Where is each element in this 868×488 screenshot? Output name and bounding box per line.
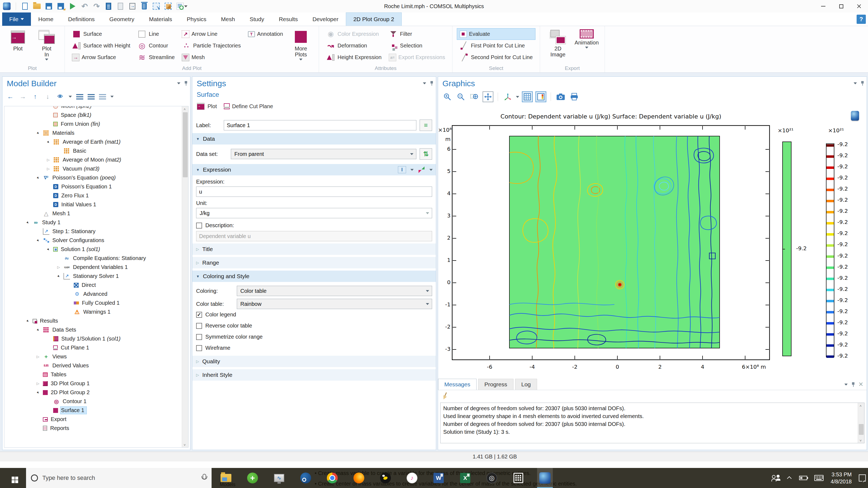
show-button[interactable]: 👁 xyxy=(56,93,64,101)
tab-2d-plot-group-2[interactable]: 2D Plot Group 2 xyxy=(346,12,402,26)
tab-developer[interactable]: Developer xyxy=(305,12,346,26)
tab-geometry[interactable]: Geometry xyxy=(102,12,142,26)
save-icon[interactable] xyxy=(45,2,53,10)
tree-expander-icon[interactable] xyxy=(33,355,43,359)
section-quality[interactable]: Quality xyxy=(192,356,436,367)
description-checkbox[interactable] xyxy=(196,223,202,229)
back-button[interactable]: ← xyxy=(6,93,14,101)
calcgrid-taskbar-button[interactable] xyxy=(510,468,526,488)
wireframe-checkbox[interactable] xyxy=(196,345,202,351)
pin-icon[interactable] xyxy=(861,81,864,86)
scroll-up-icon[interactable]: ˄ xyxy=(860,404,863,407)
go-to-default-view-button[interactable] xyxy=(502,91,513,102)
streamline-button[interactable]: Streamline xyxy=(134,52,177,63)
chrome-taskbar-button[interactable] xyxy=(324,468,340,488)
define-cut-plane-button[interactable]: Define Cut Plane xyxy=(224,103,273,109)
clock[interactable]: 3:53 PM 4/8/2018 xyxy=(831,471,852,485)
unit-combobox[interactable]: J/kg xyxy=(196,208,432,218)
tree-item-reports[interactable]: Reports xyxy=(4,424,182,433)
zoom-extents-button[interactable] xyxy=(483,91,493,102)
scroll-up-icon[interactable]: ˄ xyxy=(184,107,187,110)
view-caret-icon[interactable] xyxy=(516,96,519,98)
tree-item-vacuum-mat3[interactable]: Vacuum(mat3) xyxy=(4,164,182,173)
dataset-select[interactable]: From parent xyxy=(231,149,416,159)
contour-button[interactable]: Contour xyxy=(134,40,177,52)
evaluate-button[interactable]: Evaluate xyxy=(457,28,535,40)
folder-taskbar-button[interactable] xyxy=(218,468,234,488)
show-legends-button[interactable] xyxy=(535,91,546,102)
height-expression-button[interactable]: Height Expression xyxy=(323,52,384,63)
tree-item-form-union-fin[interactable]: Form Union(fin) xyxy=(4,120,182,129)
section-range[interactable]: Range xyxy=(192,257,436,268)
first-point-for-cut-line-button[interactable]: First Point for Cut Line xyxy=(457,40,535,52)
tree-expander-icon[interactable] xyxy=(33,238,43,242)
tree-expander-icon[interactable] xyxy=(43,167,53,171)
tab-study[interactable]: Study xyxy=(242,12,272,26)
more-plots-button[interactable]: More Plots xyxy=(287,28,314,61)
plot-button[interactable]: Plot xyxy=(196,102,217,111)
second-point-for-cut-line-button[interactable]: Second Point for Cut Line xyxy=(457,52,535,63)
tab-physics[interactable]: Physics xyxy=(180,12,214,26)
model-tree-scrollbar[interactable]: ˄ ˅ xyxy=(182,106,188,447)
tree-item-moon-sph2[interactable]: Moon(sph2) xyxy=(4,106,182,110)
tree-item-mesh-1[interactable]: Mesh 1 xyxy=(4,209,182,218)
collapse-all-button[interactable] xyxy=(76,94,83,99)
maximize-button[interactable] xyxy=(832,0,850,12)
tree-item-3d-plot-group-1[interactable]: 3D Plot Group 1 xyxy=(4,379,182,388)
microphone-icon[interactable] xyxy=(201,474,207,482)
green-plus-taskbar-button[interactable] xyxy=(245,468,260,488)
insert-expression-caret-icon[interactable] xyxy=(429,169,433,171)
tab-messages[interactable]: Messages xyxy=(438,379,476,390)
selection-button[interactable]: Selection xyxy=(386,40,448,52)
surface-with-height-button[interactable]: Surface with Height xyxy=(69,40,133,52)
tree-item-data-sets[interactable]: Data Sets xyxy=(4,325,182,334)
expression-input[interactable] xyxy=(196,187,432,197)
tree-expander-icon[interactable] xyxy=(23,221,33,225)
pin-icon[interactable] xyxy=(430,81,433,86)
find-icon[interactable] xyxy=(176,2,184,10)
mesh-button[interactable]: Mesh xyxy=(179,52,244,63)
deformation-button[interactable]: Deformation xyxy=(323,40,384,52)
open-file-icon[interactable] xyxy=(33,2,41,10)
tree-item-average-of-moon-mat2[interactable]: Average of Moon(mat2) xyxy=(4,155,182,164)
monitor-taskbar-button[interactable] xyxy=(271,468,287,488)
tree-item-solver-configurations[interactable]: Solver Configurations xyxy=(4,236,182,245)
minimize-button[interactable] xyxy=(814,0,832,12)
move-up-button[interactable]: ↑ xyxy=(31,93,39,101)
touch-keyboard-icon[interactable] xyxy=(814,475,824,481)
tab-materials[interactable]: Materials xyxy=(142,12,179,26)
snapshot-button[interactable] xyxy=(555,91,566,102)
switch-dataset-button[interactable] xyxy=(420,148,432,160)
annotation-button[interactable]: Annotation xyxy=(245,28,286,40)
particle-trajectories-button[interactable]: Particle Trajectories xyxy=(179,40,244,52)
redo-icon[interactable] xyxy=(93,2,101,10)
select-box-icon[interactable] xyxy=(152,2,160,10)
tree-item-advanced[interactable]: Advanced xyxy=(4,290,182,298)
node-options-caret-icon[interactable] xyxy=(111,96,114,98)
notification-center-icon[interactable] xyxy=(859,475,866,482)
tree-item-basic[interactable]: Basic xyxy=(4,147,182,155)
panel-menu-caret-icon[interactable] xyxy=(854,83,857,84)
section-expression[interactable]: Expression xyxy=(192,164,436,175)
scrollbar-thumb[interactable] xyxy=(859,424,864,435)
tree-expander-icon[interactable] xyxy=(43,140,53,144)
tree-item-derived-values[interactable]: Derived Values xyxy=(4,361,182,370)
tree-item-2d-plot-group-2[interactable]: 2D Plot Group 2 xyxy=(4,388,182,397)
surface-button[interactable]: Surface xyxy=(69,28,133,40)
arrow-surface-button[interactable]: Arrow Surface xyxy=(69,52,133,63)
tree-item-study-1[interactable]: Study 1 xyxy=(4,218,182,227)
tree-expander-icon[interactable] xyxy=(54,265,63,269)
tree-item-cut-plane-1[interactable]: Cut Plane 1 xyxy=(4,343,182,352)
paste-special-icon[interactable] xyxy=(128,2,136,10)
pin-icon[interactable] xyxy=(184,81,187,86)
tree-item-fully-coupled-1[interactable]: Fully Coupled 1 xyxy=(4,298,182,307)
section-data[interactable]: Data xyxy=(192,133,436,144)
itunes-taskbar-button[interactable] xyxy=(404,468,420,488)
steam-taskbar-button[interactable] xyxy=(298,468,314,488)
plot-in-button[interactable]: Plot In xyxy=(33,28,60,61)
zoom-box-button[interactable] xyxy=(469,91,480,102)
taskbar-search[interactable]: Type here to search xyxy=(26,468,212,488)
word-taskbar-button[interactable] xyxy=(431,468,446,488)
symmetrize-color-range-checkbox[interactable] xyxy=(196,334,202,340)
tab-home[interactable]: Home xyxy=(31,12,61,26)
